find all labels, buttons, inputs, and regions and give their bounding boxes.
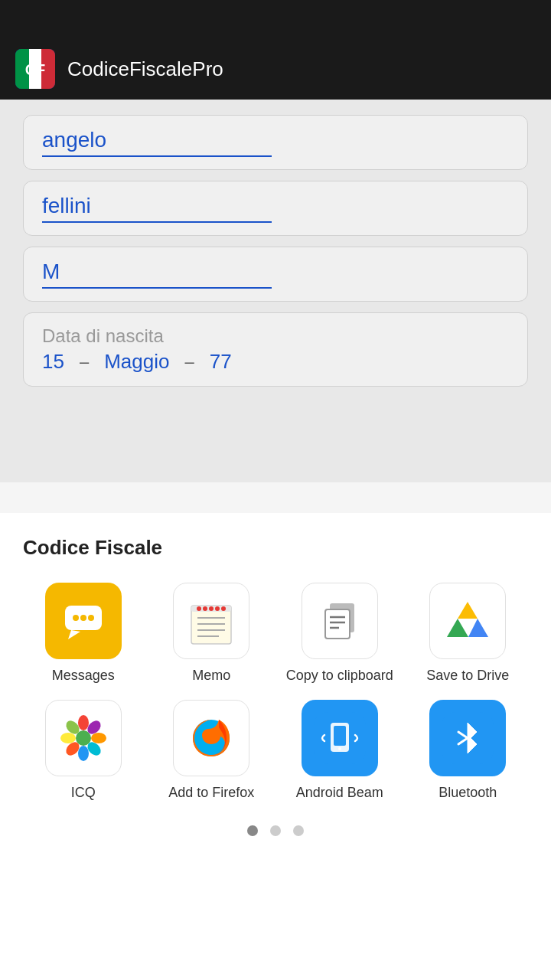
svg-point-46 bbox=[338, 747, 341, 750]
copy-label: Copy to clipboard bbox=[286, 667, 393, 684]
svg-point-36 bbox=[60, 733, 76, 743]
field-date[interactable]: Data di nascita 15 – Maggio – 77 bbox=[23, 312, 528, 387]
date-row: 15 – Maggio – 77 bbox=[42, 347, 509, 374]
app-item-copy[interactable]: Copy to clipboard bbox=[279, 583, 400, 684]
svg-rect-23 bbox=[325, 609, 350, 639]
firefox-label: Add to Firefox bbox=[168, 784, 254, 802]
copy-icon bbox=[302, 583, 378, 659]
app-item-firefox[interactable]: Add to Firefox bbox=[152, 700, 272, 802]
svg-point-16 bbox=[215, 606, 220, 611]
drive-label: Save to Drive bbox=[426, 667, 509, 684]
svg-rect-45 bbox=[334, 726, 346, 746]
bluetooth-icon bbox=[429, 700, 506, 776]
date-day: 15 bbox=[42, 350, 64, 374]
app-item-messages[interactable]: Messages bbox=[23, 583, 144, 684]
svg-point-8 bbox=[80, 615, 86, 621]
dot-3[interactable] bbox=[293, 825, 304, 836]
firstname-value: angelo bbox=[42, 128, 272, 157]
app-item-icq[interactable]: ICQ bbox=[23, 700, 144, 802]
field-firstname[interactable]: angelo bbox=[23, 115, 528, 170]
beam-icon bbox=[302, 700, 378, 776]
svg-point-15 bbox=[209, 606, 214, 611]
firefox-icon bbox=[173, 700, 249, 776]
icq-label: ICQ bbox=[71, 784, 96, 802]
app-bar: CF CodiceFiscalePro bbox=[0, 38, 551, 100]
drive-icon bbox=[429, 583, 506, 659]
dot-1[interactable] bbox=[247, 825, 258, 836]
svg-point-41 bbox=[77, 731, 90, 745]
date-placeholder: Data di nascita bbox=[42, 325, 509, 347]
app-item-bluetooth[interactable]: Bluetooth bbox=[408, 700, 529, 802]
svg-marker-29 bbox=[458, 602, 478, 619]
svg-marker-31 bbox=[468, 619, 488, 637]
app-item-beam[interactable]: Android Beam bbox=[279, 700, 400, 802]
svg-point-33 bbox=[78, 715, 89, 730]
svg-text:CF: CF bbox=[25, 61, 46, 78]
svg-marker-6 bbox=[68, 630, 80, 639]
field-gender[interactable]: M bbox=[23, 247, 528, 302]
date-sep2: – bbox=[184, 352, 194, 372]
lastname-value: fellini bbox=[42, 194, 272, 223]
date-year: 77 bbox=[210, 350, 232, 374]
svg-point-13 bbox=[197, 606, 201, 611]
bluetooth-label: Bluetooth bbox=[439, 784, 497, 802]
gender-value: M bbox=[42, 260, 272, 289]
field-lastname[interactable]: fellini bbox=[23, 181, 528, 236]
svg-marker-30 bbox=[447, 619, 468, 637]
page-dots bbox=[23, 825, 528, 836]
svg-point-7 bbox=[73, 615, 79, 621]
app-item-memo[interactable]: Memo bbox=[152, 583, 272, 684]
app-grid: Messages bbox=[23, 583, 528, 802]
beam-label: Android Beam bbox=[296, 784, 383, 802]
form-area: angelo fellini M Data di nascita 15 – Ma… bbox=[0, 100, 551, 482]
messages-icon bbox=[45, 583, 122, 659]
share-title: Codice Fiscale bbox=[23, 536, 528, 560]
svg-point-35 bbox=[78, 746, 89, 761]
memo-label: Memo bbox=[192, 667, 230, 684]
status-bar bbox=[0, 0, 551, 38]
dot-2[interactable] bbox=[270, 825, 281, 836]
svg-point-9 bbox=[88, 615, 94, 621]
icq-icon bbox=[45, 700, 122, 776]
memo-icon bbox=[173, 583, 249, 659]
app-title: CodiceFiscalePro bbox=[67, 57, 223, 81]
svg-point-14 bbox=[203, 606, 207, 611]
app-icon: CF bbox=[15, 49, 55, 89]
app-item-drive[interactable]: Save to Drive bbox=[408, 583, 529, 684]
share-sheet: Codice Fiscale Messages bbox=[0, 513, 551, 980]
svg-point-17 bbox=[221, 606, 226, 611]
messages-label: Messages bbox=[52, 667, 115, 684]
date-month: Maggio bbox=[104, 350, 169, 374]
date-sep1: – bbox=[80, 352, 89, 372]
svg-point-34 bbox=[91, 733, 106, 743]
